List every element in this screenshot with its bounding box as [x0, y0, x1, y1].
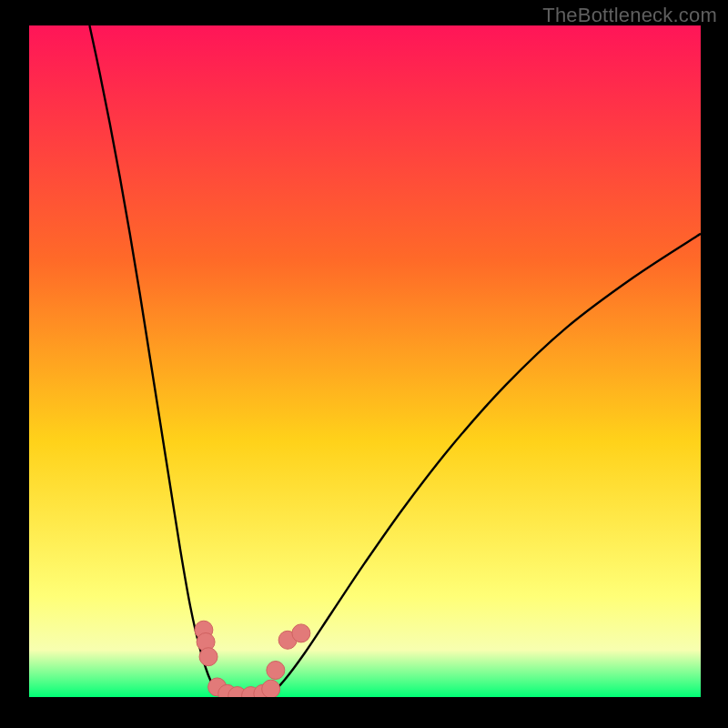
gradient-background — [29, 25, 701, 697]
plot-area — [29, 25, 701, 697]
watermark-text: TheBottleneck.com — [542, 4, 717, 27]
data-marker — [292, 624, 310, 642]
chart-svg — [29, 25, 701, 697]
data-marker — [267, 661, 285, 679]
chart-frame: TheBottleneck.com — [0, 0, 728, 728]
data-marker — [199, 648, 217, 666]
data-marker — [262, 680, 280, 697]
